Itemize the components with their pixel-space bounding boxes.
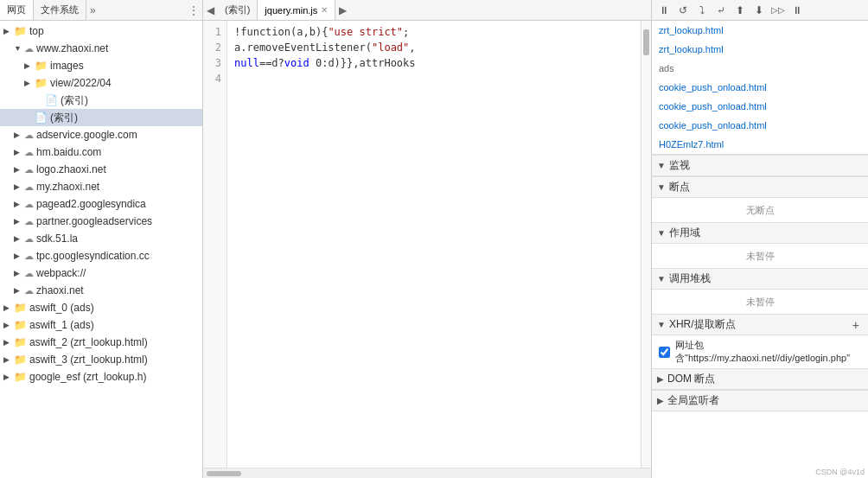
tree-item-images[interactable]: ▶ 📁 images (0, 57, 202, 74)
scope-label: 作用域 (669, 226, 700, 240)
tree-arrow-view: ▶ (24, 79, 35, 87)
monitor-arrow: ▼ (657, 161, 666, 170)
tree-item-aswift2[interactable]: ▶ 📁 aswift_2 (zrt_lookup.html) (0, 334, 202, 351)
editor-scrollbar-v[interactable] (641, 21, 651, 468)
tree-item-webpack[interactable]: ▶ ☁ webpack:// (0, 264, 202, 282)
xhr-add-btn[interactable]: + (849, 318, 863, 332)
tree-item-view2022[interactable]: ▶ 📁 view/2022/04 (0, 74, 202, 92)
section-global[interactable]: ▶ 全局监听者 (652, 390, 868, 411)
code-line-2: a.removeEventListener("load", (234, 40, 634, 55)
scrollbar-thumb-v (643, 29, 649, 55)
resource-item-6[interactable]: cookie_push_onload.html (652, 116, 868, 135)
section-breakpoints[interactable]: ▼ 断点 (652, 176, 868, 198)
tree-arrow-tpc: ▶ (14, 252, 24, 260)
debug-pause-btn[interactable]: ⏸ (655, 3, 673, 18)
tab-jquery-close[interactable]: ✕ (321, 5, 328, 15)
tree-item-sdk51[interactable]: ▶ ☁ sdk.51.la (0, 230, 202, 247)
tree-item-hmbaidu[interactable]: ▶ ☁ hm.baidu.com (0, 143, 202, 161)
callstack-label: 调用堆栈 (669, 271, 711, 286)
cloud-icon-logo: ☁ (24, 164, 34, 175)
debug-step-over-btn[interactable]: ⤵ (693, 3, 711, 18)
tree-label-my: my.zhaoxi.net (36, 181, 99, 193)
editor-nav-next[interactable]: ▶ (335, 0, 350, 20)
debug-stop-btn[interactable]: ⏸ (788, 3, 806, 18)
monitor-label: 监视 (669, 158, 690, 173)
resource-item-1[interactable]: zrt_lookup.html (652, 21, 868, 40)
cloud-icon-zhaoxi: ☁ (24, 285, 34, 296)
tree-item-tpc[interactable]: ▶ ☁ tpc.googlesyndication.cc (0, 247, 202, 264)
section-dom[interactable]: ▶ DOM 断点 (652, 368, 868, 390)
folder-icon-aswift1: 📁 (14, 319, 27, 331)
tree-item-aswift0[interactable]: ▶ 📁 aswift_0 (ads) (0, 299, 202, 316)
tree-arrow-webpack: ▶ (14, 269, 24, 277)
tree-label-pagead2: pagead2.googlesyndica (36, 198, 146, 210)
resource-item-2[interactable]: zrt_lookup.html (652, 40, 868, 59)
tree-item-partner[interactable]: ▶ ☁ partner.googleadservices (0, 213, 202, 230)
tree-item-top[interactable]: ▶ 📁 top (0, 22, 202, 40)
tree-arrow-images: ▶ (24, 61, 35, 70)
tab-filesystem[interactable]: 文件系统 (34, 0, 86, 20)
cloud-icon-pagead2: ☁ (24, 199, 34, 210)
tree-item-zhaoxi[interactable]: ▶ ☁ zhaoxi.net (0, 282, 202, 299)
callstack-content: 未暂停 (652, 290, 868, 314)
section-scope[interactable]: ▼ 作用域 (652, 222, 868, 244)
tree-label-hmbaidu: hm.baidu.com (36, 146, 101, 158)
cloud-icon-www: ☁ (24, 43, 34, 54)
tree-item-aswift1[interactable]: ▶ 📁 aswift_1 (ads) (0, 316, 202, 334)
tree-label-partner: partner.googleadservices (36, 215, 152, 227)
breakpoints-label: 断点 (669, 180, 690, 194)
right-panel: ⏸ ↺ ⤵ ⤶ ⬆ ⬇ ▷▷ ⏸ zrt_lookup.html zrt_loo… (652, 0, 868, 478)
code-content[interactable]: !function(a,b){"use strict"; a.removeEve… (227, 21, 641, 468)
tab-index[interactable]: (索引) (218, 0, 258, 20)
section-monitor[interactable]: ▼ 监视 (652, 155, 868, 176)
tree-item-www-zhaoxi[interactable]: ▼ ☁ www.zhaoxi.net (0, 40, 202, 57)
tab-jquery[interactable]: jquery.min.js ✕ (258, 0, 335, 20)
tree-arrow-www: ▼ (14, 44, 24, 53)
resource-item-4[interactable]: cookie_push_onload.html (652, 78, 868, 97)
debug-step-out-btn[interactable]: ⬆ (731, 3, 749, 18)
tree-item-index1[interactable]: 📄 (索引) (0, 92, 202, 109)
resource-item-3[interactable]: ads (652, 59, 868, 78)
cloud-icon-hmbaidu: ☁ (24, 147, 34, 158)
tree-item-googleesf[interactable]: ▶ 📁 google_esf (zrt_lookup.h) (0, 368, 202, 386)
tree-item-index2[interactable]: 📄 (索引) (0, 109, 202, 126)
tree-item-my-zhaoxi[interactable]: ▶ ☁ my.zhaoxi.net (0, 178, 202, 195)
editor-scrollbar-h[interactable] (203, 468, 651, 478)
folder-icon-aswift2: 📁 (14, 336, 27, 348)
tree-label-googleesf: google_esf (zrt_lookup.h) (29, 371, 146, 383)
section-xhr[interactable]: ▼ XHR/提取断点 + (652, 314, 868, 335)
resource-item-5[interactable]: cookie_push_onload.html (652, 97, 868, 116)
debug-step-btn[interactable]: ⬇ (750, 3, 768, 18)
section-callstack[interactable]: ▼ 调用堆栈 (652, 268, 868, 290)
tab-webpage[interactable]: 网页 (0, 0, 34, 20)
debug-step-into-btn[interactable]: ⤶ (712, 3, 730, 18)
scrollbar-thumb-h (207, 471, 241, 476)
code-area[interactable]: 1 2 3 4 !function(a,b){"use strict"; a.r… (203, 21, 651, 468)
tree-arrow-my: ▶ (14, 182, 24, 191)
xhr-arrow: ▼ (657, 320, 666, 329)
editor-nav-prev[interactable]: ◀ (203, 0, 218, 20)
tree-label-sdk51: sdk.51.la (36, 233, 78, 245)
tree-label-images: images (50, 60, 84, 72)
tree-item-aswift3[interactable]: ▶ 📁 aswift_3 (zrt_lookup.html) (0, 351, 202, 368)
tree-label-tpc: tpc.googlesyndication.cc (36, 250, 150, 262)
global-label: 全局监听者 (667, 393, 719, 408)
left-panel-tabs: 网页 文件系统 » ⋮ (0, 0, 202, 21)
folder-icon-aswift3: 📁 (14, 354, 27, 366)
tab-more-btn[interactable]: » (86, 3, 99, 18)
tree-item-adservice[interactable]: ▶ ☁ adservice.google.com (0, 126, 202, 143)
debug-deactivate-btn[interactable]: ▷▷ (769, 3, 787, 18)
cloud-icon-partner: ☁ (24, 216, 34, 227)
panel-menu-btn[interactable]: ⋮ (185, 3, 202, 18)
tree-item-logo-zhaoxi[interactable]: ▶ ☁ logo.zhaoxi.net (0, 161, 202, 178)
debug-sections: zrt_lookup.html zrt_lookup.html ads cook… (652, 21, 868, 478)
scope-content: 未暂停 (652, 244, 868, 268)
tree-item-pagead2[interactable]: ▶ ☁ pagead2.googlesyndica (0, 195, 202, 213)
debug-refresh-btn[interactable]: ↺ (674, 3, 692, 18)
tree-label-aswift2: aswift_2 (zrt_lookup.html) (29, 336, 148, 348)
resource-item-7[interactable]: H0ZEmlz7.html (652, 135, 868, 154)
left-panel: 网页 文件系统 » ⋮ ▶ 📁 top ▼ ☁ www.zhaoxi.net (0, 0, 203, 478)
tree-label-www: www.zhaoxi.net (36, 42, 108, 54)
tree-label-view: view/2022/04 (50, 77, 112, 89)
xhr-checkbox-1[interactable] (659, 347, 670, 358)
